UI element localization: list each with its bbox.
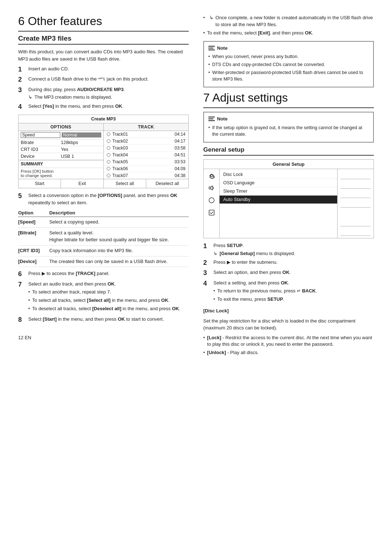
icon-gear xyxy=(206,171,217,181)
ch7-step-3: 3 Select an option, and then press OK. xyxy=(203,269,374,277)
col-option: Option xyxy=(18,209,49,217)
page-number: 12 EN xyxy=(18,335,189,340)
chapter7-title: 7 Adjust settings xyxy=(203,91,374,104)
disc-lock-title: [Disc Lock] xyxy=(203,307,374,315)
icon-circle xyxy=(206,195,217,205)
bullet-exit-menu: To exit the menu, select [Exit], and the… xyxy=(203,30,374,37)
mp3-table-inner: OPTIONS Speed Normal Bitrate 128kbps CRT… xyxy=(19,123,188,179)
svg-rect-0 xyxy=(209,187,211,189)
section-create-mp3-title: Create MP3 files xyxy=(18,34,189,45)
note-item-2: DTS CDs and copy-protected CDs cannot be… xyxy=(208,61,369,68)
steps-list-1: 1 Insert an audio CD. 2 Connect a USB fl… xyxy=(18,65,189,111)
btn-exit[interactable]: Exit xyxy=(61,179,103,188)
ch7-steps-list: 1 Press SETUP. ↳ [General Setup] menu is… xyxy=(203,242,374,304)
track-header: TRACK xyxy=(104,123,189,131)
svg-rect-2 xyxy=(209,210,214,215)
menu-osd-language[interactable]: OSD Language xyxy=(220,179,337,187)
option-speed-row: Speed Normal xyxy=(19,131,103,139)
disc-lock-unlock: [Unlock] - Play all discs. xyxy=(203,349,374,356)
btn-deselect-all[interactable]: Deselect all xyxy=(146,179,188,188)
track-row-03: Track03 03:58 xyxy=(104,145,189,152)
btn-start[interactable]: Start xyxy=(19,179,61,188)
step-8: 8 Select [Start] in the menu, and then p… xyxy=(18,316,189,324)
note-header-top: Note xyxy=(208,45,369,52)
step-3: 3 During disc play, press AUDIO/CREATE M… xyxy=(18,86,189,101)
mp3-table: Create MP3 OPTIONS Speed Normal Bitrate … xyxy=(18,115,189,188)
icon-checkbox xyxy=(206,208,217,218)
ch7-step-1: 1 Press SETUP. ↳ [General Setup] menu is… xyxy=(203,242,374,257)
setup-menu-col: Disc Lock OSD Language Sleep Timer Auto … xyxy=(220,169,337,238)
track-row-05: Track05 03:53 xyxy=(104,159,189,165)
create-mp3-intro: With this product, you can convert audio… xyxy=(18,48,189,62)
ch7-step-2: 2 Press ▶ to enter the submenu. xyxy=(203,259,374,267)
step-1: 1 Insert an audio CD. xyxy=(18,65,189,74)
disc-lock-intro: Set the play restriction for a disc whic… xyxy=(203,317,374,332)
note-item-1: When you convert, never press any button… xyxy=(208,53,369,60)
option-crtid3-row: CRT ID3 Yes xyxy=(19,146,103,153)
note-icon xyxy=(208,46,215,50)
disc-lock-lock: [Lock] - Restrict the access to the curr… xyxy=(203,335,374,348)
menu-disc-lock[interactable]: Disc Lock xyxy=(220,171,337,179)
bullet-select-all: To select all tracks, select [Select all… xyxy=(28,297,189,304)
table-row-speed: [Speed] Select a copying speed. xyxy=(18,217,189,228)
note-list-ch7: If the setup option is grayed out, it me… xyxy=(208,124,369,138)
bullet-deselect-all: To deselect all tracks, select [Deselect… xyxy=(28,305,189,312)
disc-lock-options: [Lock] - Restrict the access to the curr… xyxy=(203,335,374,357)
steps-list-3: 6 Press ▶ to access the [TRACK] panel. 7… xyxy=(18,270,189,324)
track-row-04: Track04 04:51 xyxy=(104,152,189,159)
setup-icons-col xyxy=(204,169,220,238)
step-6: 6 Press ▶ to access the [TRACK] panel. xyxy=(18,270,189,278)
track-row-01: Track01 04:14 xyxy=(104,131,189,138)
option-device-row: Device USB 1 xyxy=(19,153,103,160)
ch7-step-4: 4 Select a setting, and then press OK. T… xyxy=(203,279,374,304)
chapter6-title: 6 Other features xyxy=(18,15,189,28)
menu-sleep-timer[interactable]: Sleep Timer xyxy=(220,187,337,196)
track-row-02: Track02 04:17 xyxy=(104,138,189,145)
table-row-crtid3: [CRT ID3] Copy track information into th… xyxy=(18,245,189,256)
note-item-3: Writer-protected or password-protected U… xyxy=(208,69,369,83)
table-row-device: [Device] The created files can only be s… xyxy=(18,256,189,267)
setup-box-title: General Setup xyxy=(204,160,373,169)
menu-auto-standby[interactable]: Auto Standby xyxy=(220,196,337,204)
note-box-top: Note When you convert, never press any b… xyxy=(203,41,374,88)
step-4: 4 Select [Yes] in the menu, and then pre… xyxy=(18,103,189,111)
track-row-07: Track07 04:38 xyxy=(104,172,189,179)
steps-list-2: 5 Select a conversion option in the [OPT… xyxy=(18,192,189,206)
note-list-top: When you convert, never press any button… xyxy=(208,53,369,83)
description-table: Option Description [Speed] Select a copy… xyxy=(18,209,189,267)
note-box-ch7: Note If the setup option is grayed out, … xyxy=(203,112,374,143)
general-setup-title: General setup xyxy=(203,146,374,156)
step-2: 2 Connect a USB flash drive to the ⭁⇆ ja… xyxy=(18,75,189,84)
track-row-06: Track06 04:09 xyxy=(104,165,189,172)
icon-speaker xyxy=(206,183,217,193)
col-description: Description xyxy=(49,209,189,217)
note-item-ch7: If the setup option is grayed out, it me… xyxy=(208,124,369,138)
setup-box-body: Disc Lock OSD Language Sleep Timer Auto … xyxy=(204,169,373,238)
general-setup-box: General Setup xyxy=(203,159,374,238)
step-7: 7 Select an audio track, and then press … xyxy=(18,280,189,314)
bullet-new-folder: ↳ Once complete, a new folder is created… xyxy=(203,15,374,28)
summary-row: SUMMARY xyxy=(19,160,103,168)
table-row-bitrate: [Bitrate] Select a quality level.Higher … xyxy=(18,228,189,246)
press-info: Press [OK] buttonto change speed. xyxy=(19,168,103,179)
note-header-ch7: Note xyxy=(208,115,369,123)
note-icon-ch7 xyxy=(208,116,215,121)
bullet-exit-setup: To exit the menu, press SETUP. xyxy=(213,296,374,303)
step-5: 5 Select a conversion option in the [OPT… xyxy=(18,192,189,206)
options-header: OPTIONS xyxy=(19,123,103,131)
setup-right-col xyxy=(337,169,373,238)
mp3-options-col: OPTIONS Speed Normal Bitrate 128kbps CRT… xyxy=(19,123,104,179)
right-top-bullets: ↳ Once complete, a new folder is created… xyxy=(203,15,374,37)
btn-select-all[interactable]: Select all xyxy=(104,179,146,188)
bullet-repeat: To select another track, repeat step 7. xyxy=(28,289,189,296)
option-bitrate-row: Bitrate 128kbps xyxy=(19,139,103,146)
bullet-return: To return to the previous menu, press ↵ … xyxy=(213,288,374,295)
mp3-track-col: TRACK Track01 04:14 Track02 04:17 Track0… xyxy=(104,123,189,179)
mp3-table-title: Create MP3 xyxy=(19,115,188,123)
mp3-table-buttons: Start Exit Select all Deselect all xyxy=(19,179,188,188)
svg-point-1 xyxy=(209,198,214,203)
